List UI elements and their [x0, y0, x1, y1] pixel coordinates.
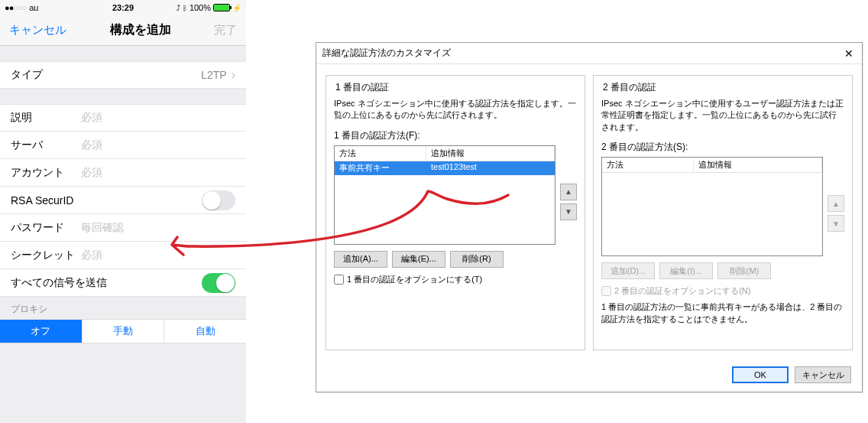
carrier-label: au	[29, 3, 38, 12]
second-auth-legend: 2 番目の認証	[601, 81, 658, 94]
second-move-down-button: ▼	[828, 215, 844, 232]
description-label: 説明	[11, 111, 81, 125]
first-optional-label: 1 番目の認証をオプションにする(T)	[347, 274, 482, 285]
secret-placeholder: 必須	[81, 249, 102, 262]
status-time: 23:29	[112, 3, 134, 12]
rsa-label: RSA SecurID	[11, 194, 202, 207]
ios-navbar: キャンセル 構成を追加 完了	[0, 15, 246, 46]
first-auth-legend: 1 番目の認証	[334, 81, 390, 94]
second-move-up-button: ▲	[828, 195, 844, 212]
dialog-titlebar: 詳細な認証方法のカスタマイズ ✕	[316, 43, 862, 64]
account-label: アカウント	[11, 166, 81, 180]
proxy-off[interactable]: オフ	[0, 320, 83, 343]
cancel-button[interactable]: キャンセル	[9, 23, 66, 37]
signal-dots-icon: ●●○○○	[5, 3, 26, 12]
second-edit-button: 編集(I)...	[659, 262, 713, 279]
second-add-button: 追加(D)...	[601, 262, 655, 279]
near-icon: ⤴	[177, 4, 180, 12]
server-row[interactable]: サーバ 必須	[0, 132, 246, 159]
first-optional-checkbox[interactable]	[334, 275, 344, 285]
first-auth-listview[interactable]: 方法 追加情報 事前共有キー test0123test	[334, 145, 555, 245]
rsa-row: RSA SecurID	[0, 187, 246, 214]
first-col-info[interactable]: 追加情報	[426, 146, 555, 161]
first-add-button[interactable]: 追加(A)...	[334, 251, 387, 268]
first-auth-group: 1 番目の認証 IPsec ネゴシエーション中に使用する認証方法を指定します。一…	[326, 75, 585, 350]
second-auth-desc: IPsec ネゴシエーション中に使用するユーザー認証方法または正常性証明書を指定…	[601, 98, 844, 133]
dialog-title: 詳細な認証方法のカスタマイズ	[322, 47, 842, 60]
first-edit-button[interactable]: 編集(E)...	[392, 251, 445, 268]
first-move-up-button[interactable]: ▲	[560, 184, 577, 200]
description-placeholder: 必須	[81, 111, 102, 125]
second-auth-sub: 2 番目の認証方法(S):	[601, 141, 844, 154]
first-row-method: 事前共有キー	[335, 161, 426, 175]
second-auth-note: 1 番目の認証方法の一覧に事前共有キーがある場合は、2 番目の認証方法を指定する…	[601, 301, 844, 325]
secret-row[interactable]: シークレット 必須	[0, 242, 246, 269]
proxy-auto[interactable]: 自動	[164, 320, 246, 343]
first-optional-check[interactable]: 1 番目の認証をオプションにする(T)	[334, 274, 577, 285]
first-auth-desc: IPsec ネゴシエーション中に使用する認証方法を指定します。一覧の上位にあるも…	[334, 98, 577, 122]
second-optional-check: 2 番目の認証をオプションにする(N)	[601, 285, 844, 297]
battery-icon	[213, 4, 230, 11]
ios-status-bar: ●●○○○ au 23:29 ⤴ ᛒ 100% ⚡	[0, 0, 246, 15]
dialog-footer: OK キャンセル	[316, 358, 862, 392]
type-value: L2TP	[81, 69, 227, 81]
second-optional-checkbox	[601, 286, 611, 296]
password-row[interactable]: パスワード 毎回確認	[0, 214, 246, 242]
battery-percent: 100%	[189, 3, 211, 12]
account-placeholder: 必須	[81, 166, 102, 180]
send-all-label: すべての信号を送信	[11, 276, 202, 290]
charging-icon: ⚡	[232, 4, 241, 12]
second-auth-group: 2 番目の認証 IPsec ネゴシエーション中に使用するユーザー認証方法または正…	[593, 75, 853, 350]
send-all-toggle[interactable]	[202, 273, 235, 293]
close-icon[interactable]: ✕	[842, 47, 856, 60]
bluetooth-icon: ᛒ	[183, 4, 187, 12]
password-label: パスワード	[11, 221, 81, 235]
rsa-toggle[interactable]	[202, 190, 235, 210]
second-delete-button: 削除(M)	[717, 262, 771, 279]
cancel-button-win[interactable]: キャンセル	[795, 366, 851, 383]
second-col-info[interactable]: 追加情報	[694, 158, 822, 172]
first-move-down-button[interactable]: ▼	[560, 203, 577, 220]
auth-customize-dialog: 詳細な認証方法のカスタマイズ ✕ 1 番目の認証 IPsec ネゴシエーション中…	[316, 42, 863, 392]
account-row[interactable]: アカウント 必須	[0, 159, 246, 187]
type-label: タイプ	[11, 68, 81, 82]
done-button[interactable]: 完了	[214, 23, 237, 37]
first-delete-button[interactable]: 削除(R)	[450, 251, 504, 268]
second-auth-listview[interactable]: 方法 追加情報	[601, 157, 823, 256]
first-row-info: test0123test	[426, 161, 555, 175]
server-placeholder: 必須	[81, 138, 102, 152]
server-label: サーバ	[11, 138, 81, 152]
secret-label: シークレット	[11, 249, 81, 262]
send-all-row: すべての信号を送信	[0, 269, 246, 297]
description-row[interactable]: 説明 必須	[0, 104, 246, 132]
second-col-method[interactable]: 方法	[602, 158, 694, 172]
proxy-segmented: オフ 手動 自動	[0, 319, 246, 343]
password-placeholder: 毎回確認	[81, 221, 124, 235]
ios-vpn-panel: ●●○○○ au 23:29 ⤴ ᛒ 100% ⚡ キャンセル 構成を追加 完了…	[0, 0, 246, 423]
type-row[interactable]: タイプ L2TP ›	[0, 61, 246, 89]
proxy-section-label: プロキシ	[0, 297, 246, 319]
nav-title: 構成を追加	[110, 22, 171, 38]
proxy-manual[interactable]: 手動	[83, 320, 165, 343]
first-auth-row[interactable]: 事前共有キー test0123test	[335, 161, 555, 175]
first-col-method[interactable]: 方法	[335, 146, 426, 161]
ok-button[interactable]: OK	[732, 366, 789, 383]
chevron-right-icon: ›	[232, 68, 235, 82]
second-optional-label: 2 番目の認証をオプションにする(N)	[614, 285, 750, 297]
first-auth-sub: 1 番目の認証方法(F):	[334, 129, 577, 142]
